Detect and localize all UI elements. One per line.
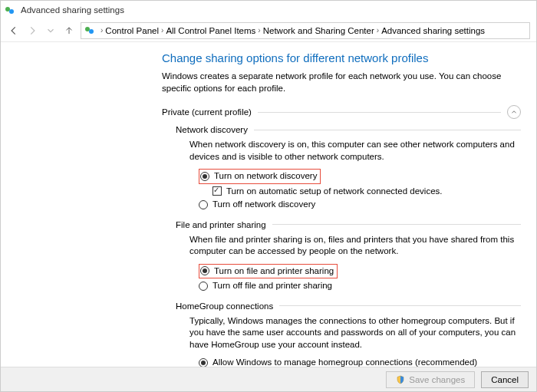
radio-label: Turn on network discovery [214, 170, 317, 183]
shield-icon [396, 375, 405, 384]
page-intro: Windows creates a separate network profi… [162, 71, 521, 94]
subsection-description: Typically, Windows manages the connectio… [189, 315, 521, 351]
breadcrumb-item[interactable]: Advanced sharing settings [381, 26, 485, 35]
radio-icon [199, 358, 208, 367]
radio-icon [200, 266, 209, 275]
breadcrumb-item[interactable]: Control Panel [105, 26, 159, 35]
radio-turn-off-network-discovery[interactable]: Turn off network discovery [199, 199, 521, 211]
radio-turn-on-file-printer[interactable]: Turn on file and printer sharing [199, 264, 521, 279]
profile-label: Private (current profile) [162, 107, 252, 117]
subsection-description: When network discovery is on, this compu… [189, 139, 521, 163]
radio-allow-windows-manage[interactable]: Allow Windows to manage homegroup connec… [199, 357, 521, 367]
save-changes-button[interactable]: Save changes [386, 371, 475, 388]
subsection-title: File and printer sharing [176, 220, 266, 229]
subsection-header: File and printer sharing [176, 220, 521, 229]
homegroup-section: HomeGroup connections Typically, Windows… [176, 301, 521, 367]
network-discovery-section: Network discovery When network discovery… [176, 125, 521, 211]
button-label: Save changes [409, 375, 465, 384]
collapse-button[interactable] [507, 105, 521, 119]
divider [279, 305, 521, 306]
breadcrumb-item[interactable]: All Control Panel Items [166, 26, 255, 35]
radio-label: Turn off network discovery [212, 199, 315, 211]
navigation-bar: › Control Panel › All Control Panel Item… [1, 19, 536, 42]
radio-icon [200, 172, 209, 181]
chevron-right-icon: › [258, 26, 260, 35]
radio-turn-on-network-discovery[interactable]: Turn on network discovery [199, 169, 521, 184]
footer-bar: Save changes Cancel [1, 367, 536, 391]
checkbox-auto-setup[interactable]: Turn on automatic setup of network conne… [212, 186, 521, 198]
profile-section-header: Private (current profile) [162, 105, 521, 119]
divider [272, 224, 521, 225]
breadcrumb-item[interactable]: Network and Sharing Center [263, 26, 374, 35]
breadcrumb[interactable]: › Control Panel › All Control Panel Item… [81, 22, 530, 39]
subsection-title: HomeGroup connections [176, 301, 273, 311]
subsection-header: Network discovery [176, 125, 521, 134]
radio-label: Turn off file and printer sharing [212, 280, 332, 292]
divider [254, 130, 521, 130]
button-label: Cancel [491, 375, 519, 384]
radio-icon [199, 282, 208, 291]
radio-turn-off-file-printer[interactable]: Turn off file and printer sharing [199, 280, 521, 292]
forward-button[interactable] [25, 24, 39, 38]
subsection-header: HomeGroup connections [176, 301, 521, 311]
recent-dropdown-icon[interactable] [44, 24, 58, 38]
radio-icon [199, 200, 208, 209]
divider [258, 112, 501, 113]
page-title: Change sharing options for different net… [162, 51, 521, 64]
checkbox-icon [212, 186, 222, 196]
radio-label: Turn on file and printer sharing [214, 265, 334, 278]
back-button[interactable] [7, 24, 21, 38]
chevron-right-icon: › [377, 26, 379, 35]
radio-label: Allow Windows to manage homegroup connec… [212, 357, 477, 367]
up-button[interactable] [62, 24, 76, 38]
subsection-description: When file and printer sharing is on, fil… [189, 234, 521, 258]
location-icon [84, 25, 97, 37]
cancel-button[interactable]: Cancel [481, 371, 529, 388]
window-title: Advanced sharing settings [21, 5, 124, 15]
content-area: Change sharing options for different net… [1, 42, 536, 367]
file-printer-section: File and printer sharing When file and p… [176, 220, 521, 292]
chevron-right-icon: › [161, 26, 163, 35]
subsection-title: Network discovery [176, 125, 248, 134]
app-icon [5, 5, 16, 15]
checkbox-label: Turn on automatic setup of network conne… [226, 186, 442, 198]
chevron-right-icon: › [100, 26, 103, 35]
window-titlebar: Advanced sharing settings [1, 1, 536, 19]
